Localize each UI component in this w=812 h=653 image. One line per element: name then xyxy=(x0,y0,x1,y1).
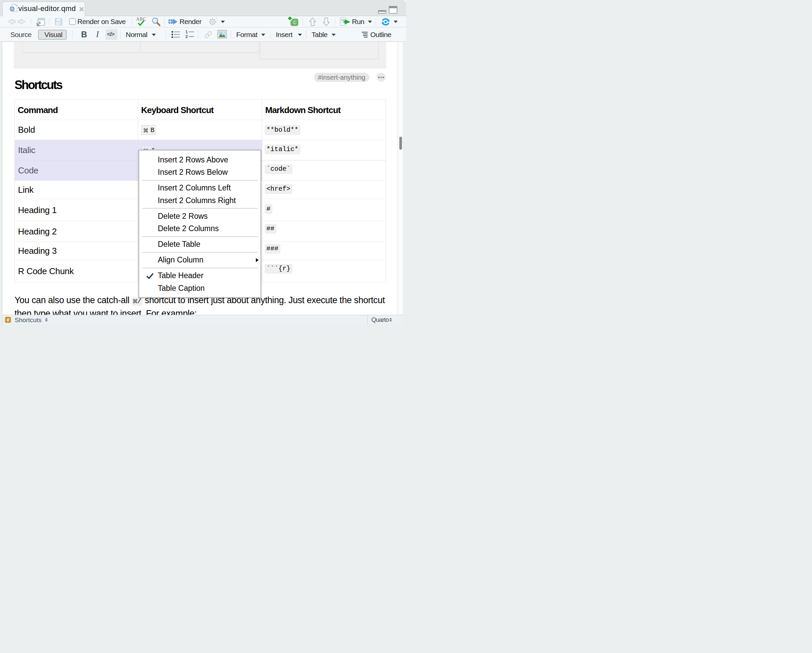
svg-text:2: 2 xyxy=(185,34,188,39)
svg-text:1: 1 xyxy=(185,30,188,34)
